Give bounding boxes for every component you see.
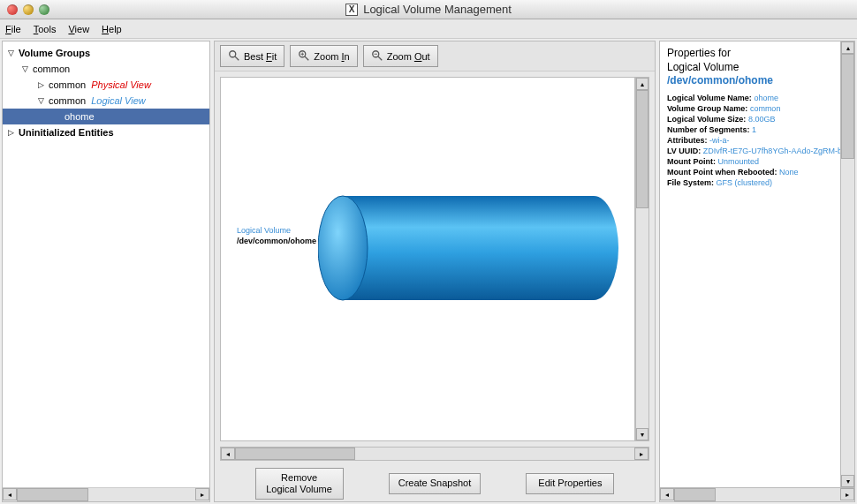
scroll-right-button[interactable]: ▸ — [840, 488, 854, 500]
scroll-left-button[interactable]: ◂ — [660, 488, 674, 500]
magnifier-plus-icon — [298, 49, 310, 64]
expander-icon[interactable] — [8, 49, 17, 57]
prop-vg-name: Volume Group Name: common — [667, 104, 833, 113]
zoom-in-button[interactable]: Zoom In — [290, 45, 357, 67]
svg-line-7 — [378, 56, 382, 59]
props-scrollbar-horizontal[interactable]: ◂ ▸ — [659, 488, 855, 502]
menu-help[interactable]: Help — [102, 24, 122, 34]
center-panel: Best Fit Zoom In Zoom Out Logical Volume… — [214, 41, 656, 502]
tree-physical-view[interactable]: common Physical View — [3, 77, 209, 93]
scroll-right-button[interactable]: ▸ — [195, 488, 209, 500]
cylinder-icon — [318, 191, 618, 307]
properties-content: Properties for Logical Volume /dev/commo… — [660, 41, 840, 487]
titlebar: X Logical Volume Management — [0, 0, 857, 19]
canvas-scrollbar-horizontal[interactable]: ◂ ▸ — [220, 447, 649, 461]
scroll-up-button[interactable]: ▴ — [841, 41, 854, 54]
tree-vg-common[interactable]: common — [3, 61, 209, 77]
scrollbar-thumb[interactable] — [636, 90, 648, 208]
prop-segments: Number of Segments: 1 — [667, 125, 833, 134]
canvas-volume-label: Logical Volume /dev/common/ohome — [237, 226, 316, 246]
magnifier-minus-icon — [371, 49, 383, 64]
magnifier-icon — [228, 49, 240, 64]
scrollbar-thumb[interactable] — [17, 488, 88, 501]
x11-icon: X — [345, 4, 358, 16]
tree-panel: Volume Groups common common Physical Vie… — [2, 41, 210, 502]
best-fit-button[interactable]: Best Fit — [220, 45, 284, 67]
tree-scrollbar-horizontal[interactable]: ◂ ▸ — [3, 487, 209, 501]
svg-point-10 — [569, 196, 618, 300]
scroll-left-button[interactable]: ◂ — [3, 488, 17, 500]
prop-lv-name: Logical Volume Name: ohome — [667, 94, 833, 102]
menubar: File Tools View Help — [0, 19, 857, 39]
scroll-left-button[interactable]: ◂ — [221, 448, 235, 460]
remove-lv-button[interactable]: Remove Logical Volume — [255, 468, 344, 500]
expander-icon[interactable] — [22, 64, 31, 73]
expander-icon[interactable] — [8, 128, 17, 137]
tree-root-volume-groups[interactable]: Volume Groups — [3, 45, 209, 61]
svg-point-0 — [230, 50, 236, 56]
window-title: X Logical Volume Management — [0, 3, 857, 16]
properties-heading: Properties for Logical Volume /dev/commo… — [667, 47, 833, 88]
properties-panel: Properties for Logical Volume /dev/commo… — [659, 41, 855, 502]
prop-attributes: Attributes: -wi-a- — [667, 136, 833, 145]
menu-tools[interactable]: Tools — [34, 24, 57, 34]
zoom-toolbar: Best Fit Zoom In Zoom Out — [215, 41, 655, 71]
prop-mount: Mount Point: Unmounted — [667, 157, 833, 166]
scrollbar-thumb[interactable] — [235, 448, 355, 460]
scrollbar-track[interactable] — [235, 448, 634, 460]
scrollbar-track[interactable] — [636, 90, 648, 428]
tree-logical-view[interactable]: common Logical View — [3, 93, 209, 109]
prop-lv-size: Logical Volume Size: 8.00GB — [667, 115, 833, 124]
volume-canvas[interactable]: Logical Volume /dev/common/ohome — [220, 77, 635, 441]
scrollbar-track[interactable] — [17, 488, 195, 501]
props-scrollbar-vertical[interactable]: ▴ ▾ — [840, 41, 854, 487]
expander-icon[interactable] — [38, 80, 47, 89]
menu-file[interactable]: File — [5, 24, 21, 34]
scroll-down-button[interactable]: ▾ — [841, 475, 854, 487]
prop-mount-reboot: Mount Point when Rebooted: None — [667, 168, 833, 177]
canvas-scrollbar-vertical[interactable]: ▴ ▾ — [635, 77, 649, 441]
zoom-out-button[interactable]: Zoom Out — [363, 45, 438, 67]
tree-uninitialized[interactable]: Uninitialized Entities — [3, 124, 209, 140]
scrollbar-thumb[interactable] — [674, 488, 716, 501]
edit-properties-button[interactable]: Edit Properties — [526, 473, 614, 493]
volume-tree[interactable]: Volume Groups common common Physical Vie… — [3, 41, 209, 487]
canvas-wrap: Logical Volume /dev/common/ohome — [215, 71, 655, 447]
prop-uuid: LV UUID: ZDIvfR-tE7G-U7fh8YGh-AAdo-ZgRM-… — [667, 147, 833, 155]
expander-icon[interactable] — [38, 96, 47, 105]
svg-point-11 — [318, 196, 368, 300]
action-buttons: Remove Logical Volume Create Snapshot Ed… — [215, 466, 655, 501]
scroll-up-button[interactable]: ▴ — [636, 78, 648, 90]
scrollbar-track[interactable] — [841, 54, 854, 475]
scrollbar-thumb[interactable] — [841, 54, 854, 159]
scroll-right-button[interactable]: ▸ — [634, 448, 648, 460]
content-area: Volume Groups common common Physical Vie… — [0, 39, 857, 504]
svg-rect-9 — [343, 196, 594, 300]
scrollbar-track[interactable] — [674, 488, 840, 501]
menu-view[interactable]: View — [68, 24, 89, 34]
scroll-down-button[interactable]: ▾ — [636, 428, 648, 440]
prop-filesystem: File System: GFS (clustered) — [667, 178, 833, 187]
svg-line-1 — [235, 56, 239, 59]
window-title-text: Logical Volume Management — [363, 3, 512, 16]
create-snapshot-button[interactable]: Create Snapshot — [389, 473, 482, 493]
svg-line-3 — [305, 56, 308, 59]
tree-item-ohome[interactable]: ohome — [3, 109, 209, 124]
